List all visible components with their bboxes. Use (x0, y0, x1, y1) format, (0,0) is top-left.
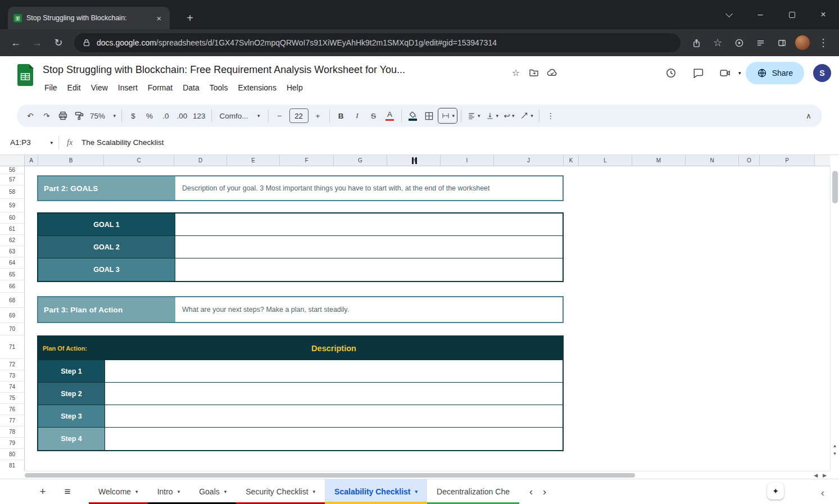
window-minimize-button[interactable]: – (745, 2, 776, 27)
sheet-tab-scalability-checklist[interactable]: Scalability Checklist▾ (325, 479, 427, 504)
sheet-tab-welcome[interactable]: Welcome▾ (89, 479, 148, 504)
video-call-control[interactable]: ▾ (714, 62, 741, 84)
extension-icon[interactable] (729, 33, 749, 53)
sheet-scroll-right-icon[interactable]: › (543, 486, 546, 498)
row-header-78[interactable]: 78 (0, 426, 24, 438)
row-header-64[interactable]: 64 (0, 257, 24, 269)
name-box[interactable]: A1:P3▾ (0, 138, 58, 147)
column-header-D[interactable]: D (174, 155, 227, 166)
column-header-J[interactable]: J (494, 155, 564, 166)
decrease-decimal-button[interactable]: .0 (158, 108, 174, 124)
chevron-down-icon[interactable]: ▾ (178, 489, 180, 494)
row-header-71[interactable]: 71 (0, 335, 24, 359)
undo-icon[interactable]: ↶ (22, 108, 38, 124)
row-header-73[interactable]: 73 (0, 370, 24, 382)
column-header-K[interactable]: K (564, 155, 579, 166)
menu-format[interactable]: Format (143, 81, 178, 94)
step-label-cell[interactable]: Step 1 (38, 360, 105, 382)
currency-format-button[interactable]: $ (125, 108, 141, 124)
new-tab-button[interactable]: + (182, 10, 198, 26)
menu-edit[interactable]: Edit (62, 81, 86, 94)
goal-label-cell[interactable]: GOAL 3 (38, 258, 175, 281)
chevron-down-icon[interactable]: ▾ (415, 489, 418, 494)
cells-area[interactable]: Part 2: GOALS Description of your goal. … (25, 166, 830, 471)
select-all-corner[interactable] (0, 155, 25, 166)
percent-format-button[interactable]: % (142, 108, 157, 124)
sheet-tab-decentralization-che[interactable]: Decentralization Che (427, 479, 519, 504)
scroll-down-icon[interactable]: ▼ (833, 451, 837, 456)
part2-description-cell[interactable]: Description of your goal. 3 Most importa… (175, 176, 563, 200)
italic-button[interactable]: I (350, 108, 365, 124)
menu-kebab-icon[interactable]: ⋮ (813, 33, 833, 53)
menu-tools[interactable]: Tools (205, 81, 233, 94)
column-header-G[interactable]: G (334, 155, 387, 166)
window-maximize-button[interactable] (776, 2, 808, 27)
row-header-76[interactable]: 76 (0, 404, 24, 415)
increase-font-size-button[interactable]: + (310, 108, 326, 124)
row-header-79[interactable]: 79 (0, 438, 24, 449)
reload-icon[interactable]: ↻ (48, 33, 69, 53)
back-icon[interactable]: ← (6, 33, 26, 53)
share-button[interactable]: Share (746, 62, 804, 84)
column-header-F[interactable]: F (280, 155, 334, 166)
step-label-cell[interactable]: Step 2 (38, 383, 105, 405)
horizontal-scrollbar-thumb[interactable] (25, 473, 635, 478)
menu-help[interactable]: Help (282, 81, 308, 94)
increase-decimal-button[interactable]: .00 (174, 108, 190, 124)
row-header-75[interactable]: 75 (0, 393, 24, 404)
zoom-control[interactable]: 75%▾ (88, 108, 118, 124)
goal-value-cell[interactable] (175, 258, 563, 281)
column-header-P[interactable]: P (760, 155, 815, 166)
sheet-tab-security-checklist[interactable]: Security Checklist▾ (236, 479, 325, 504)
row-header-63[interactable]: 63 (0, 246, 24, 257)
chevron-down-icon[interactable]: ▾ (135, 489, 138, 494)
row-header-81[interactable]: 81 (0, 460, 24, 471)
fill-color-button[interactable] (405, 108, 421, 124)
collapse-toolbar-icon[interactable]: ∧ (801, 108, 817, 124)
menu-insert[interactable]: Insert (113, 81, 143, 94)
part3-description-cell[interactable]: What are your next steps? Make a plan, s… (175, 297, 563, 322)
sheets-logo-icon[interactable] (17, 63, 34, 87)
paint-format-icon[interactable] (71, 108, 87, 124)
borders-icon[interactable] (421, 108, 437, 124)
horizontal-align-button[interactable]: ▾ (465, 108, 483, 124)
document-title[interactable]: Stop Struggling with Blockchain: Free Re… (43, 64, 405, 76)
side-panel-icon[interactable] (772, 33, 792, 53)
forward-icon[interactable]: → (27, 33, 47, 53)
all-sheets-menu-icon[interactable]: ≡ (57, 482, 78, 502)
font-size-input[interactable]: 22 (289, 108, 309, 123)
step-value-cell[interactable] (105, 360, 563, 382)
column-header-M[interactable]: M (632, 155, 686, 166)
goal-value-cell[interactable] (175, 214, 563, 235)
row-header-57[interactable]: 57 (0, 174, 24, 185)
chevron-down-icon[interactable]: ▾ (50, 140, 53, 146)
text-rotation-button[interactable]: ▾ (518, 108, 536, 124)
column-header-I[interactable]: I (441, 155, 494, 166)
row-header-66[interactable]: 66 (0, 280, 24, 293)
chevron-down-icon[interactable]: ▾ (224, 489, 227, 494)
row-header-61[interactable]: 61 (0, 224, 24, 235)
address-bar[interactable]: docs.google.com/spreadsheets/d/1GX47Svln… (74, 33, 681, 52)
column-header-C[interactable]: C (104, 155, 174, 166)
column-header-A[interactable]: A (25, 155, 38, 166)
vertical-scrollbar[interactable]: ▲ ▼ (830, 166, 839, 471)
row-header-62[interactable]: 62 (0, 235, 24, 246)
account-avatar[interactable]: S (813, 64, 831, 82)
goal-value-cell[interactable] (175, 236, 563, 258)
text-wrap-button[interactable]: ↩ ▾ (501, 108, 517, 124)
strikethrough-button[interactable]: S (366, 108, 382, 124)
cloud-status-icon[interactable] (545, 65, 559, 80)
row-header-65[interactable]: 65 (0, 269, 24, 280)
comments-icon[interactable] (687, 62, 709, 84)
row-header-70[interactable]: 70 (0, 323, 24, 335)
column-header-O[interactable]: O (739, 155, 760, 166)
vertical-align-button[interactable]: ▾ (483, 108, 501, 124)
menu-file[interactable]: File (39, 81, 62, 94)
row-header-59[interactable]: 59 (0, 199, 24, 212)
row-header-80[interactable]: 80 (0, 449, 24, 460)
print-icon[interactable] (55, 108, 71, 124)
scroll-right-icon[interactable]: ▶ (823, 473, 827, 478)
decrease-font-size-button[interactable]: − (272, 108, 288, 124)
chevron-down-icon[interactable] (713, 2, 745, 27)
row-header-56[interactable]: 56 (0, 166, 24, 174)
